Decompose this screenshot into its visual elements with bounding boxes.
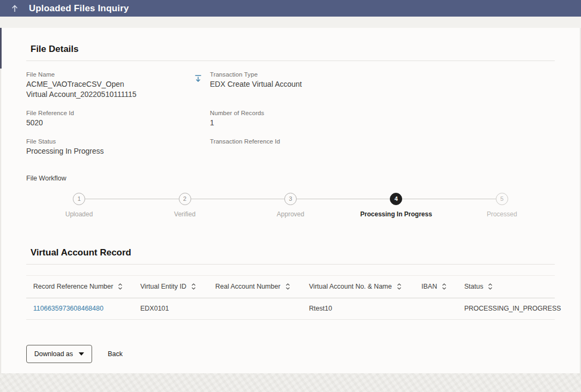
file-details-title: File Details xyxy=(31,44,550,55)
transaction-type-field: Transaction Type EDX Create Virtual Acco… xyxy=(210,71,555,89)
transaction-reference-id-label: Transaction Reference Id xyxy=(210,138,555,145)
table-header-row: Record Reference Number Virtual Entity I… xyxy=(26,275,555,298)
column-header-real-account-number[interactable]: Real Account Number xyxy=(215,283,309,290)
main-content: File Details File Name ACME_VAOTraceCSV_… xyxy=(1,28,580,373)
virtual-account-record-title: Virtual Account Record xyxy=(31,247,550,258)
field-row: File Reference Id 5020 Number of Records… xyxy=(26,110,555,128)
record-reference-number-cell: 1106635973608468480 xyxy=(33,305,140,312)
caret-down-icon xyxy=(79,352,84,356)
step-uploaded: 1 Uploaded xyxy=(26,193,132,218)
file-status-label: File Status xyxy=(26,138,194,145)
step-circle: 2 xyxy=(179,193,191,205)
virtual-account-table: Record Reference Number Virtual Entity I… xyxy=(26,275,555,320)
column-header-iban[interactable]: IBAN xyxy=(421,283,464,290)
step-label: Approved xyxy=(277,210,304,218)
sort-icon[interactable] xyxy=(442,283,447,290)
column-header-record-reference-number[interactable]: Record Reference Number xyxy=(33,283,140,290)
up-arrow-icon[interactable] xyxy=(7,2,21,16)
column-header-virtual-account-no-name[interactable]: Virtual Account No. & Name xyxy=(309,283,421,290)
file-workflow-stepper: 1 Uploaded 2 Verified 3 Approved 4 Proce… xyxy=(26,193,555,228)
transaction-reference-id-field: Transaction Reference Id xyxy=(210,138,555,146)
column-header-status[interactable]: Status xyxy=(464,283,555,290)
step-processed: 5 Processed xyxy=(449,193,555,218)
step-circle: 1 xyxy=(73,193,85,205)
field-row: File Name ACME_VAOTraceCSV_Open Virtual … xyxy=(26,71,555,100)
step-circle: 5 xyxy=(496,193,508,205)
column-label: IBAN xyxy=(421,283,437,290)
column-label: Virtual Account No. & Name xyxy=(309,283,392,290)
step-circle-active: 4 xyxy=(390,193,402,205)
page-title: Uploaded Files Inquiry xyxy=(29,3,129,14)
number-of-records-field: Number of Records 1 xyxy=(210,110,555,128)
table-row: 1106635973608468480 EDX0101 Rtest10 PROC… xyxy=(26,298,555,320)
virtual-entity-id-cell: EDX0101 xyxy=(140,305,215,312)
transaction-type-value: EDX Create Virtual Account xyxy=(210,79,555,89)
file-name-field: File Name ACME_VAOTraceCSV_Open Virtual … xyxy=(26,71,194,100)
sort-icon[interactable] xyxy=(488,283,493,290)
divider xyxy=(26,264,555,265)
footer-decorative-strip xyxy=(0,373,581,392)
file-workflow-label: File Workflow xyxy=(26,175,555,182)
icon-cell xyxy=(194,71,210,86)
transaction-type-label: Transaction Type xyxy=(210,71,555,78)
step-label: Verified xyxy=(174,210,195,218)
sort-icon[interactable] xyxy=(191,283,196,290)
field-row: File Status Processing In Progress Trans… xyxy=(26,138,555,156)
column-label: Status xyxy=(464,283,483,290)
download-as-button[interactable]: Download as xyxy=(26,345,92,363)
download-as-label: Download as xyxy=(34,350,73,358)
step-label: Uploaded xyxy=(65,210,93,218)
sort-icon[interactable] xyxy=(285,283,290,290)
number-of-records-label: Number of Records xyxy=(210,110,555,116)
column-label: Real Account Number xyxy=(215,283,281,290)
column-label: Record Reference Number xyxy=(33,283,113,290)
status-cell: PROCESSING_IN_PROGRESS xyxy=(464,305,561,312)
file-name-label: File Name xyxy=(26,71,194,78)
back-button[interactable]: Back xyxy=(108,350,123,358)
file-reference-id-value: 5020 xyxy=(26,118,194,128)
file-reference-id-field: File Reference Id 5020 xyxy=(26,110,194,128)
divider xyxy=(26,61,555,61)
step-label: Processing In Progress xyxy=(360,210,432,218)
number-of-records-value: 1 xyxy=(210,118,555,128)
virtual-account-no-name-cell: Rtest10 xyxy=(309,305,421,312)
step-label: Processed xyxy=(487,210,517,218)
app-header: Uploaded Files Inquiry xyxy=(0,0,581,17)
file-name-value: ACME_VAOTraceCSV_Open Virtual Account_20… xyxy=(26,79,147,100)
sort-icon[interactable] xyxy=(397,283,402,290)
step-processing-in-progress: 4 Processing In Progress xyxy=(343,193,449,218)
file-reference-id-label: File Reference Id xyxy=(26,110,194,116)
column-header-virtual-entity-id[interactable]: Virtual Entity ID xyxy=(140,283,215,290)
download-file-icon[interactable] xyxy=(194,74,202,85)
step-circle: 3 xyxy=(284,193,297,205)
sort-icon[interactable] xyxy=(118,283,123,290)
column-label: Virtual Entity ID xyxy=(140,283,186,290)
actions-bar: Download as Back xyxy=(26,345,555,363)
decorative-banner-strip xyxy=(0,17,581,28)
record-reference-number-link[interactable]: 1106635973608468480 xyxy=(33,305,103,312)
step-approved: 3 Approved xyxy=(238,193,343,218)
file-status-value: Processing In Progress xyxy=(26,146,194,156)
step-verified: 2 Verified xyxy=(132,193,237,218)
left-edge-accent xyxy=(0,28,2,69)
file-status-field: File Status Processing In Progress xyxy=(26,138,194,156)
